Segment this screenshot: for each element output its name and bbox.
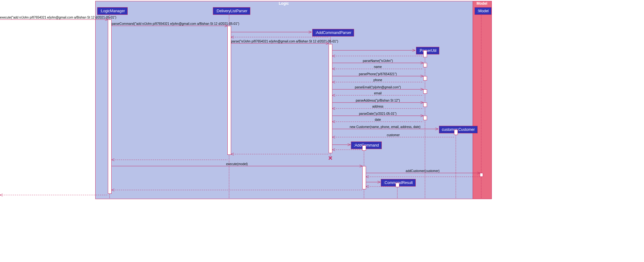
parser-util-act1 — [423, 63, 427, 67]
customer-lifeline: customer:Customer — [439, 126, 478, 133]
msg-date: date — [332, 118, 423, 121]
logic-manager-activation — [108, 20, 112, 194]
parser-util-act2 — [423, 76, 427, 81]
add-command-parser-activation — [329, 44, 332, 153]
parser-util-act0 — [423, 50, 427, 57]
model-act — [480, 173, 483, 177]
logic-frame-label: Logic — [95, 1, 472, 6]
msg-add-customer: addCustomer(customer) — [366, 169, 479, 173]
add-command-act1 — [362, 166, 366, 189]
parser-util-lifeline: :ParserUtil — [416, 47, 439, 54]
model-dash — [481, 15, 481, 198]
parser-util-act4 — [423, 103, 427, 107]
parser-util-act3 — [423, 89, 427, 94]
command-result-dash — [397, 187, 397, 198]
parser-util-act5 — [423, 116, 427, 120]
msg-email: email — [332, 92, 423, 95]
delivery-list-parser-activation — [227, 26, 231, 155]
customer-act — [454, 130, 458, 135]
msg-parse-date: parseDate("p/2021-05-01") — [332, 112, 423, 115]
msg-name: name — [332, 65, 423, 69]
msg-parse-email: parseEmail("p/john@gmail.com") — [332, 86, 423, 89]
logic-manager-lifeline: :LogicManager — [97, 7, 128, 15]
msg-new-customer: new Customer(name, phone, email, address… — [332, 125, 438, 129]
msg-parse-phone: parsePhone("p/87654321") — [332, 72, 423, 76]
msg-parse-name: parseName("n/John") — [332, 59, 423, 63]
msg-phone: phone — [332, 78, 423, 82]
destroy-icon: ✕ — [328, 155, 333, 162]
add-command-lifeline: :AddCommand — [351, 142, 382, 149]
customer-dash — [456, 134, 456, 198]
delivery-list-parser-lifeline: :DeliveryListParser — [213, 7, 250, 15]
command-result-act — [396, 183, 399, 187]
msg-parse-command: parseCommand("add n/John p/87654321 e/jo… — [112, 22, 227, 25]
model-frame-label: Model — [473, 1, 491, 6]
model-lifeline: :Model — [475, 7, 491, 15]
add-command-act0 — [362, 145, 366, 151]
msg-execute: execute("add n/John p/87654321 e/john@gm… — [0, 16, 108, 19]
msg-execute-model: execute(model) — [112, 162, 362, 166]
msg-customer-return: customer — [332, 133, 454, 137]
msg-address: address — [332, 105, 423, 108]
msg-parse: parse("n/John p/87654321 e/john@gmail.co… — [231, 40, 329, 43]
sequence-diagram: Logic Model :LogicManager :DeliveryListP… — [0, 0, 644, 262]
add-command-parser-lifeline: :AddCommandParser — [312, 29, 354, 36]
msg-parse-address: parseAddress("p/Bishan St 12") — [332, 99, 423, 102]
